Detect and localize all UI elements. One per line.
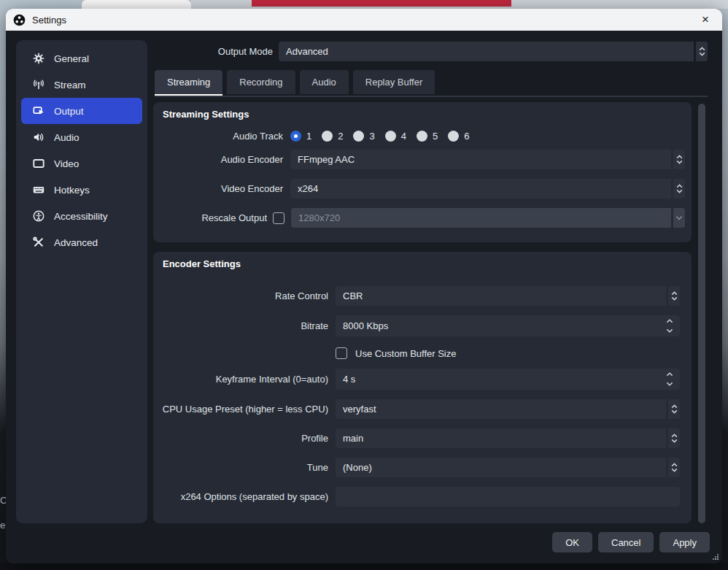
gear-icon: [32, 53, 44, 65]
group-title: Encoder Settings: [163, 258, 241, 269]
tune-label: Tune: [162, 462, 336, 473]
obs-logo-icon: [13, 14, 26, 26]
rescale-output-label: Rescale Output: [162, 212, 273, 223]
video-encoder-value: x264: [298, 183, 318, 194]
tab-label: Replay Buffer: [365, 77, 423, 88]
ok-button[interactable]: OK: [552, 532, 592, 552]
audio-encoder-label: Audio Encoder: [162, 154, 290, 165]
resize-grip-icon[interactable]: [713, 554, 719, 560]
streaming-settings-group: Streaming Settings Audio Track 1 2 3 4 5…: [153, 102, 692, 242]
titlebar[interactable]: Settings ×: [6, 9, 722, 31]
cpu-preset-value: veryfast: [343, 404, 376, 415]
background-bottom-strip: [0, 563, 728, 570]
rescale-output-checkbox[interactable]: [273, 212, 284, 224]
spin-down-icon[interactable]: [666, 382, 673, 386]
radio-dot: [322, 131, 333, 142]
chevron-updown-icon[interactable]: [694, 42, 708, 61]
bitrate-row: Bitrate 8000 Kbps: [162, 315, 680, 336]
audio-track-radio-4[interactable]: 4: [385, 131, 406, 142]
tab-label: Streaming: [167, 77, 210, 88]
keyframe-interval-value: 4 s: [343, 374, 355, 385]
cpu-preset-row: CPU Usage Preset (higher = less CPU) ver…: [162, 399, 680, 419]
video-encoder-label: Video Encoder: [162, 183, 290, 194]
radio-label: 3: [369, 131, 374, 142]
profile-value: main: [343, 433, 363, 444]
chevron-updown-icon[interactable]: [671, 150, 685, 169]
settings-window: Settings × General Stream: [6, 9, 722, 563]
rate-control-row: Rate Control CBR: [162, 286, 680, 306]
custom-buffer-row: Use Custom Buffer Size: [162, 347, 680, 360]
close-icon[interactable]: ×: [696, 11, 715, 28]
rescale-resolution-select: 1280x720: [291, 208, 685, 228]
sidebar-item-accessibility[interactable]: Accessibility: [21, 203, 142, 229]
apply-button[interactable]: Apply: [659, 532, 710, 552]
custom-buffer-checkbox[interactable]: [336, 347, 347, 359]
accessibility-icon: [32, 210, 44, 223]
chevron-updown-icon[interactable]: [666, 399, 680, 419]
radio-label: 2: [338, 131, 343, 142]
spin-down-icon[interactable]: [666, 328, 673, 333]
chevron-updown-icon[interactable]: [671, 179, 685, 199]
spin-up-icon[interactable]: [666, 319, 673, 323]
radio-label: 4: [401, 131, 406, 142]
keyframe-interval-label: Keyframe Interval (0=auto): [162, 374, 336, 385]
sidebar-item-label: Output: [54, 106, 84, 117]
tune-select[interactable]: (None): [336, 458, 680, 477]
tab-streaming[interactable]: Streaming: [155, 70, 222, 94]
chevron-updown-icon[interactable]: [666, 286, 680, 306]
spin-up-icon[interactable]: [666, 372, 673, 377]
audio-track-radio-1[interactable]: 1: [290, 131, 311, 142]
radio-dot: [448, 131, 459, 142]
sidebar-item-general[interactable]: General: [21, 45, 142, 72]
radio-label: 1: [306, 131, 311, 142]
audio-track-radio-3[interactable]: 3: [353, 131, 374, 142]
bitrate-spinbox[interactable]: 8000 Kbps: [336, 315, 680, 336]
radio-label: 6: [464, 131, 469, 142]
sidebar-item-stream[interactable]: Stream: [21, 72, 142, 98]
sidebar-item-label: Stream: [54, 80, 86, 90]
cpu-preset-select[interactable]: veryfast: [336, 399, 680, 419]
rescale-output-row: Rescale Output 1280x720: [162, 208, 685, 228]
output-mode-value: Advanced: [286, 46, 328, 57]
keyframe-interval-spinbox[interactable]: 4 s: [336, 369, 680, 390]
x264-options-label: x264 Options (separated by space): [162, 491, 336, 502]
tab-replay-buffer[interactable]: Replay Buffer: [353, 70, 435, 94]
output-mode-label: Output Mode: [153, 46, 279, 57]
tune-row: Tune (None): [162, 458, 680, 477]
desktop-background: Ca er Settings ×: [0, 0, 728, 570]
sidebar-item-advanced[interactable]: Advanced: [21, 229, 142, 255]
profile-select[interactable]: main: [336, 428, 680, 448]
sidebar-item-hotkeys[interactable]: Hotkeys: [21, 177, 142, 203]
audio-track-radio-2[interactable]: 2: [322, 131, 343, 142]
tab-audio[interactable]: Audio: [300, 70, 349, 94]
video-encoder-row: Video Encoder x264: [162, 179, 685, 199]
sidebar-item-video[interactable]: Video: [21, 150, 142, 177]
window-title: Settings: [32, 15, 66, 26]
sidebar-item-output[interactable]: Output: [21, 98, 142, 124]
chevron-down-icon: [671, 208, 685, 228]
rate-control-value: CBR: [343, 290, 363, 301]
keyboard-icon: [32, 184, 44, 196]
tab-recording[interactable]: Recording: [227, 70, 295, 94]
chevron-updown-icon[interactable]: [666, 428, 680, 448]
speaker-icon: [32, 131, 44, 144]
vertical-scrollbar[interactable]: [698, 104, 705, 523]
audio-encoder-select[interactable]: FFmpeg AAC: [290, 150, 685, 169]
tune-value: (None): [343, 462, 372, 473]
sidebar-item-label: Video: [54, 158, 79, 169]
dialog-footer: OK Cancel Apply: [552, 532, 710, 552]
encoder-settings-group: Encoder Settings Rate Control CBR Bitrat…: [153, 252, 692, 523]
tab-label: Recording: [239, 77, 282, 88]
audio-track-radio-6[interactable]: 6: [448, 131, 469, 142]
x264-options-input[interactable]: [336, 487, 680, 507]
bitrate-value: 8000 Kbps: [343, 320, 388, 331]
output-mode-select[interactable]: Advanced: [279, 42, 708, 61]
audio-track-radio-5[interactable]: 5: [417, 131, 438, 142]
cancel-button[interactable]: Cancel: [598, 532, 654, 552]
rate-control-select[interactable]: CBR: [336, 286, 680, 306]
display-icon: [32, 158, 44, 170]
chevron-updown-icon[interactable]: [666, 458, 680, 477]
cpu-preset-label: CPU Usage Preset (higher = less CPU): [162, 404, 336, 415]
video-encoder-select[interactable]: x264: [290, 179, 685, 199]
sidebar-item-audio[interactable]: Audio: [21, 124, 142, 150]
